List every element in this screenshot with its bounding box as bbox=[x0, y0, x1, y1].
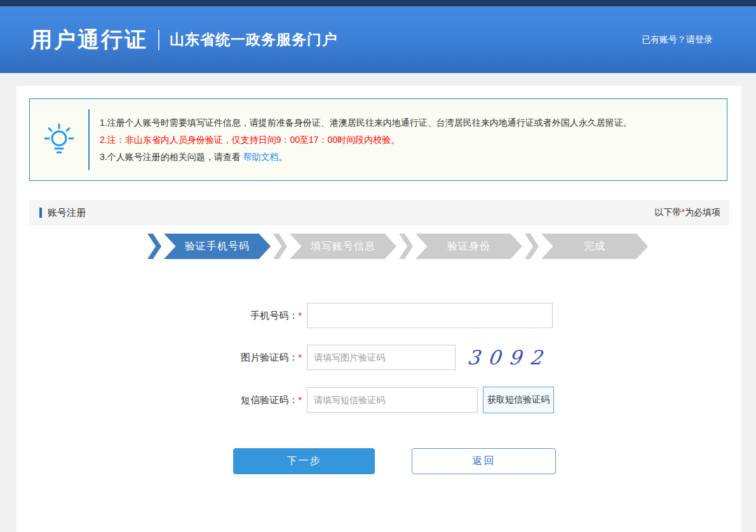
step-complete: 完成 bbox=[525, 234, 648, 259]
notice-content: 1.注册个人账号时需要填写证件信息，请提前准备身份证、港澳居民往来内地通行证、台… bbox=[90, 112, 632, 167]
page-header: 用户通行证 山东省统一政务服务门户 已有账号？请登录 bbox=[0, 6, 756, 73]
required-star: * bbox=[298, 352, 302, 362]
brand: 用户通行证 山东省统一政务服务门户 bbox=[30, 25, 337, 55]
content-card: 1.注册个人账号时需要填写证件信息，请提前准备身份证、港澳居民往来内地通行证、台… bbox=[17, 86, 741, 532]
required-star: * bbox=[298, 310, 302, 321]
required-note-suffix: 为必填项 bbox=[685, 207, 720, 217]
get-sms-code-button[interactable]: 获取短信验证码 bbox=[483, 387, 554, 413]
brand-title: 用户通行证 bbox=[30, 25, 148, 55]
brand-divider bbox=[158, 30, 159, 50]
phone-label-text: 手机号码： bbox=[250, 310, 298, 321]
captcha-input[interactable] bbox=[307, 345, 456, 370]
register-form: 手机号码：* 图片验证码：* 3092 短信验证码：* 获取短信验证码 下一步 … bbox=[29, 303, 729, 474]
required-star: * bbox=[298, 394, 302, 405]
lightbulb-icon bbox=[30, 122, 88, 157]
phone-input[interactable] bbox=[307, 303, 553, 328]
action-buttons: 下一步 返回 bbox=[233, 448, 729, 474]
notice-line-3-text: 3.个人账号注册的相关问题，请查看 bbox=[100, 152, 243, 162]
sms-label: 短信验证码：* bbox=[221, 394, 307, 406]
step-arrow-icon bbox=[399, 234, 413, 259]
login-link[interactable]: 已有账号？请登录 bbox=[642, 34, 713, 46]
captcha-row: 图片验证码：* 3092 bbox=[221, 345, 729, 370]
help-doc-link[interactable]: 帮助文档 bbox=[243, 152, 279, 162]
sms-input[interactable] bbox=[307, 387, 478, 413]
captcha-label-text: 图片验证码： bbox=[241, 352, 298, 362]
step-arrow-icon bbox=[525, 234, 539, 259]
notice-line-3-period: 。 bbox=[279, 152, 288, 162]
next-step-button[interactable]: 下一步 bbox=[233, 448, 375, 474]
captcha-image[interactable]: 3092 bbox=[466, 345, 552, 370]
step-account-info: 填写账号信息 bbox=[273, 234, 396, 259]
section-header: 账号注册 以下带*为必填项 bbox=[29, 200, 729, 225]
step-arrow-icon bbox=[273, 234, 287, 259]
sms-label-text: 短信验证码： bbox=[241, 394, 298, 405]
top-navy-strip bbox=[0, 0, 756, 6]
step-arrow-icon bbox=[147, 234, 161, 259]
step-label: 验证身份 bbox=[415, 234, 522, 259]
title-accent-bar bbox=[39, 208, 42, 218]
step-label: 填写账号信息 bbox=[290, 234, 396, 259]
sms-row: 短信验证码：* 获取短信验证码 bbox=[221, 387, 729, 413]
phone-label: 手机号码：* bbox=[221, 310, 307, 322]
section-title-wrap: 账号注册 bbox=[39, 207, 86, 219]
section-title: 账号注册 bbox=[48, 207, 86, 219]
notice-line-2: 2.注：非山东省内人员身份验证，仅支持日间9：00至17：00时间段内校验。 bbox=[100, 133, 632, 147]
step-label: 完成 bbox=[541, 234, 648, 259]
required-note-prefix: 以下带 bbox=[655, 207, 682, 217]
required-note: 以下带*为必填项 bbox=[655, 207, 720, 218]
notice-line-3: 3.个人账号注册的相关问题，请查看 帮助文档。 bbox=[100, 150, 632, 164]
step-wizard: 验证手机号码 填写账号信息 验证身份 完成 bbox=[147, 234, 729, 259]
step-verify-identity: 验证身份 bbox=[399, 234, 522, 259]
portal-title: 山东省统一政务服务门户 bbox=[170, 30, 337, 50]
back-button[interactable]: 返回 bbox=[412, 448, 556, 474]
phone-row: 手机号码：* bbox=[221, 303, 729, 328]
captcha-label: 图片验证码：* bbox=[221, 352, 307, 364]
notice-box: 1.注册个人账号时需要填写证件信息，请提前准备身份证、港澳居民往来内地通行证、台… bbox=[29, 98, 727, 181]
step-verify-phone: 验证手机号码 bbox=[147, 234, 271, 259]
notice-line-1: 1.注册个人账号时需要填写证件信息，请提前准备身份证、港澳居民往来内地通行证、台… bbox=[100, 116, 632, 130]
step-label: 验证手机号码 bbox=[164, 234, 271, 259]
